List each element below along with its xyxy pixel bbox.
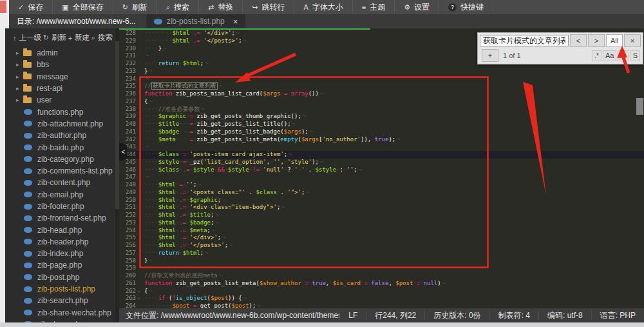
find-all-button[interactable]: All (606, 34, 623, 47)
tab-bar: 目录: /www/wwwroot/www.new-6... zib-posts-… (9, 14, 644, 28)
sidebar-item-zib-category.php[interactable]: zib-category.php (5, 154, 119, 165)
eol-mark: ~ (146, 143, 149, 150)
sidebar-item-zib-attachment.php[interactable]: zib-attachment.php (5, 118, 119, 130)
status-cursor-position: 行244, 列22 (366, 311, 424, 320)
toolbar-button-search[interactable]: ⌕搜索 (157, 0, 199, 14)
toolbar-button-save[interactable]: ✓保存 (9, 0, 53, 14)
code-line: 246····$class·.=·$style·&&·$style·!=·'nu… (119, 166, 644, 174)
line-number: 261 (119, 280, 136, 288)
code-line: 242····$meta····=·zib_get_posts_list_met… (119, 136, 644, 144)
php-file-icon (24, 298, 32, 304)
tab-close-icon[interactable]: × (233, 17, 238, 26)
eol-mark: ~ (281, 204, 285, 210)
sidebar-item-zib-footer.php[interactable]: zib-footer.php (5, 201, 119, 212)
line-number: 247 (119, 173, 136, 181)
find-next-button[interactable]: > (588, 34, 605, 47)
line-number: 248 (119, 181, 136, 189)
code-text: ····//准备必要参数~ (144, 106, 205, 114)
code-area[interactable]: 228········$html·.=·'</div>';~229·······… (119, 30, 644, 308)
sidebar-item-functions.php[interactable]: functions.php (5, 106, 119, 117)
search-add-button[interactable]: + (482, 49, 498, 62)
gear-icon: ⚙ (404, 4, 410, 11)
regex-toggle[interactable]: .* (592, 50, 601, 61)
sidebar-item-zib-post.php[interactable]: zib-post.php (5, 272, 119, 283)
line-number: 237 (119, 98, 136, 106)
search-row-options: + 1 of 1 .*Aa\bS (478, 48, 643, 64)
line-number: 234 (119, 75, 136, 83)
folder-name: user (37, 95, 52, 104)
word-toggle[interactable]: \b (618, 50, 629, 61)
search-close-icon[interactable]: × (624, 34, 641, 47)
sidebar-item-zib-share-wechat.php[interactable]: zib-share-wechat.php (5, 307, 119, 319)
eol-mark: ~ (310, 128, 313, 135)
toolbar-button-theme[interactable]: ≡主题 (353, 0, 395, 14)
sidebar-item-zib-frontend-set.php[interactable]: zib-frontend-set.php (5, 212, 119, 224)
search-input[interactable] (480, 35, 569, 46)
code-line: 263▾····if·(!is_object($post))·{~ (119, 295, 644, 302)
sidebar-action-refresh[interactable]: ↻刷新 (43, 33, 66, 43)
eol-mark: ~ (397, 136, 400, 143)
sidebar-action-up-level[interactable]: ↑上一级 (13, 33, 41, 43)
toolbar-button-shortcuts[interactable]: ?快捷键 (439, 0, 493, 14)
sidebar-action-label: 新建 (75, 33, 90, 43)
chevron-right-icon: ▸ (16, 50, 23, 56)
sidebar-item-zib-comments-list.php[interactable]: zib-comments-list.php (5, 165, 119, 177)
toolbar-button-goto-line[interactable]: ↪跳转行 (243, 0, 294, 14)
tab-zib-posts-list[interactable]: zib-posts-list.php × (146, 14, 246, 28)
sidebar-item-zib-baidu.php[interactable]: zib-baidu.php (5, 141, 119, 153)
php-file-icon (24, 168, 32, 174)
page-edge-strip (0, 0, 5, 327)
line-number: 249 (119, 189, 136, 197)
sidebar-item-zib-search.php[interactable]: zib-search.php (5, 295, 119, 306)
toolbar-button-font-size[interactable]: A字体大小 (294, 0, 352, 14)
code-text: ····$meta····=·zib_get_posts_list_meta(e… (144, 136, 401, 144)
eol-mark: ~ (289, 151, 292, 157)
toolbar-button-refresh[interactable]: ↻刷新 (113, 0, 157, 14)
sidebar-item-zib-email.php[interactable]: zib-email.php (5, 189, 119, 201)
eol-mark: ~ (236, 30, 240, 36)
file-name: zib-author.php (37, 131, 86, 140)
toolbar-button-replace[interactable]: ⇄替换 (199, 0, 243, 14)
code-editor[interactable]: 228········$html·.=·'</div>';~229·······… (119, 28, 644, 308)
eol-mark: ~ (146, 264, 149, 271)
find-previous-button[interactable]: < (570, 34, 587, 47)
sidebar-item-zib-header.php[interactable]: zib-header.php (5, 236, 119, 248)
line-number: 246 (119, 166, 136, 174)
code-text: ····$html·.=·$meta;~ (144, 227, 215, 235)
code-text: ~ (144, 173, 149, 181)
search-icon: ⌕ (166, 4, 170, 11)
sidebar-folder-user[interactable]: ▸user (5, 94, 119, 106)
sidebar-collapse-button[interactable]: < (119, 143, 128, 161)
chevron-right-icon: ▸ (16, 74, 23, 80)
code-text: function·zib_posts_mian_list_card($args·… (144, 90, 323, 98)
sidebar-item-zib-author.php[interactable]: zib-author.php (5, 130, 119, 141)
code-line: 238····//准备必要参数~ (119, 106, 644, 114)
toolbar-button-save-all[interactable]: ▣全部保存 (53, 0, 113, 14)
eol-mark: ~ (146, 173, 149, 180)
sidebar-item-zib-index.php[interactable]: zib-index.php (5, 248, 119, 259)
sidebar-action-search[interactable]: ⌕搜索 (91, 33, 113, 43)
editor-scrollbar-thumb[interactable] (636, 98, 643, 115)
case-toggle[interactable]: Aa (603, 50, 616, 61)
sidebar-action-new[interactable]: +新建 (68, 33, 90, 43)
status-language: 语言: PHP (591, 311, 644, 320)
php-file-icon (24, 227, 32, 233)
sidebar-item-zib-posts-list.php[interactable]: zib-posts-list.php (5, 283, 119, 295)
page-edge-red-mark (0, 1, 6, 13)
sidebar-folder-rest-api[interactable]: ▸rest-api (5, 83, 119, 94)
sidebar-item-zib-content.php[interactable]: zib-content.php (5, 177, 119, 188)
toolbar-button-settings[interactable]: ⚙设置 (395, 0, 439, 14)
selection-toggle[interactable]: S (630, 50, 640, 61)
php-file-icon (24, 274, 32, 280)
sidebar-item-zib-head.php[interactable]: zib-head.php (5, 224, 119, 235)
sidebar-folder-bbs[interactable]: ▸bbs (5, 59, 119, 70)
sidebar-item-zib-page.php[interactable]: zib-page.php (5, 259, 119, 271)
toolbar-button-label: 设置 (414, 2, 430, 13)
file-name: zib-comments-list.php (37, 166, 113, 175)
code-line: 258}~ (119, 257, 644, 265)
sidebar-folder-message[interactable]: ▸message (5, 71, 119, 83)
toolbar-button-label: 替换 (218, 2, 233, 13)
sidebar-folder-admin[interactable]: ▸admin (5, 47, 119, 59)
refresh-icon: ↻ (43, 34, 49, 42)
code-line: 256····$html·.=·'</posts>';~ (119, 242, 644, 250)
